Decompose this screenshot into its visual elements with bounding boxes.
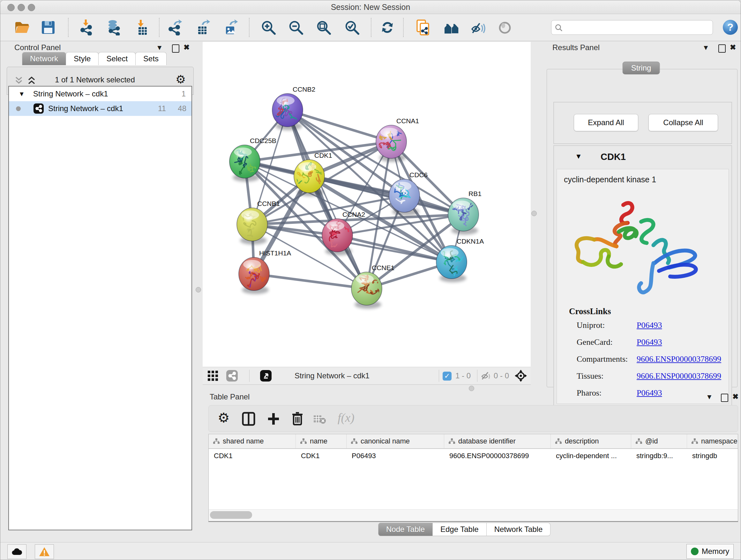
column-header-id[interactable]: @id	[631, 434, 687, 448]
results-panel-maximize-icon[interactable]	[718, 44, 726, 53]
zoom-fit-icon[interactable]	[316, 19, 332, 36]
tab-sets[interactable]: Sets	[135, 52, 166, 65]
selected-checkbox-icon[interactable]: ✓	[443, 372, 452, 381]
crosslink-link[interactable]: 9606.ENSP00000378699	[636, 354, 721, 364]
help-icon[interactable]: ?	[723, 20, 738, 35]
table-panel-float-icon[interactable]: ▾	[708, 392, 711, 401]
warning-status-button[interactable]	[35, 544, 54, 559]
network-collection-row[interactable]: ▼ String Network – cdk1 1	[9, 86, 192, 101]
memory-button[interactable]: Memory	[686, 544, 734, 559]
table-horizontal-scrollbar[interactable]	[208, 509, 738, 521]
crosslinks-title: CrossLinks	[569, 307, 611, 316]
control-panel-maximize-icon[interactable]	[172, 44, 179, 53]
cloud-status-button[interactable]	[7, 544, 26, 559]
expand-all-button[interactable]: Expand All	[574, 114, 638, 131]
import-table-icon[interactable]	[135, 19, 151, 36]
crosslink-link[interactable]: P06493	[636, 320, 662, 330]
viewbar-separator	[439, 370, 439, 382]
column-header-databaseidentifier[interactable]: database identifier	[444, 434, 551, 448]
zoom-selected-icon[interactable]	[344, 19, 360, 36]
column-header-description[interactable]: description	[551, 434, 631, 448]
main-toolbar: ?	[0, 14, 741, 41]
cell-description[interactable]: cyclin-dependent ...	[551, 449, 631, 463]
cell-sharedname[interactable]: CDK1	[209, 449, 296, 463]
tab-style[interactable]: Style	[66, 52, 98, 65]
cell-databaseidentifier[interactable]: 9606.ENSP00000378699	[444, 449, 551, 463]
control-panel-float-icon[interactable]: ▾	[158, 43, 161, 52]
refresh-view-icon[interactable]	[380, 19, 395, 36]
gene-section-header[interactable]: ▼ CDK1	[554, 146, 731, 169]
expand-all-chevron-icon[interactable]	[27, 76, 37, 85]
birds-eye-icon[interactable]	[514, 369, 528, 382]
toolbar-separator	[159, 18, 159, 37]
column-header-sharedname[interactable]: shared name	[209, 434, 296, 448]
clone-network-icon[interactable]	[415, 19, 431, 36]
hide-selected-icon[interactable]	[470, 19, 486, 36]
left-splitter-handle[interactable]	[196, 287, 201, 293]
control-panel-close-icon[interactable]: ✖	[184, 43, 190, 52]
node-label: HIST1H1A	[259, 249, 291, 257]
import-network-file-icon[interactable]	[79, 19, 95, 36]
gene-section: ▼ CDK1 cyclin-dependent kinase 1 CrossLi…	[553, 145, 732, 407]
gear-icon[interactable]: ⚙	[176, 73, 186, 86]
network-tree: ▼ String Network – cdk1 1 String Network…	[8, 86, 192, 530]
node-count: 11	[158, 104, 166, 113]
cell-canonicalname[interactable]: P06493	[347, 449, 444, 463]
tree-expander-icon[interactable]: ▼	[18, 90, 25, 98]
tab-edge-table[interactable]: Edge Table	[432, 523, 487, 536]
viewbar-separator	[477, 370, 477, 382]
show-all-icon[interactable]	[497, 19, 513, 36]
tab-node-table[interactable]: Node Table	[378, 523, 433, 536]
column-header-namespace[interactable]: namespace	[687, 434, 738, 448]
network-canvas[interactable]: CCNB2CCNA1CDC25BCDK1CDC6RB1CCNB1CCNA2CDK…	[203, 42, 531, 367]
column-type-icon	[351, 438, 357, 444]
column-header-canonicalname[interactable]: canonical name	[347, 434, 444, 448]
search-input[interactable]	[565, 22, 711, 33]
collapse-all-chevron-icon[interactable]	[14, 76, 23, 85]
node-label: CCNE1	[372, 264, 394, 271]
add-column-icon[interactable]	[267, 412, 280, 426]
network-node-RB1[interactable]: RB1	[448, 190, 482, 231]
save-session-icon[interactable]	[40, 19, 56, 36]
export-image-icon[interactable]	[223, 19, 239, 36]
tab-string[interactable]: String	[623, 62, 660, 74]
table-settings-gear-icon[interactable]: ⚙	[218, 410, 230, 426]
detach-view-icon[interactable]	[260, 370, 272, 381]
selected-count: 1 - 0	[455, 371, 471, 380]
network-node-CCNB2[interactable]: CCNB2	[272, 85, 315, 127]
export-table-icon[interactable]	[196, 19, 212, 36]
network-node-CCNA1[interactable]: CCNA1	[376, 117, 419, 159]
crosslink-link[interactable]: 9606.ENSP00000378699	[636, 371, 721, 381]
crosslink-label: Tissues:	[577, 371, 603, 381]
show-columns-icon[interactable]	[242, 412, 255, 426]
tab-network[interactable]: Network	[22, 52, 66, 65]
column-header-name[interactable]: name	[296, 434, 347, 448]
right-splitter-handle[interactable]	[531, 211, 537, 216]
cell-namespace[interactable]: stringdb	[687, 449, 738, 463]
results-panel-float-icon[interactable]: ▾	[704, 43, 708, 52]
zoom-in-icon[interactable]	[260, 19, 276, 36]
collapse-all-button[interactable]: Collapse All	[649, 114, 718, 131]
grid-view-icon[interactable]	[208, 371, 219, 381]
scrollbar-thumb[interactable]	[210, 511, 252, 519]
export-network-icon[interactable]	[167, 19, 184, 36]
cell-name[interactable]: CDK1	[296, 449, 347, 463]
network-node-HIST1H1A[interactable]: HIST1H1A	[239, 249, 291, 291]
network-view-type-icon[interactable]	[226, 370, 238, 381]
crosslink-link[interactable]: P06493	[636, 337, 662, 347]
network-row[interactable]: String Network – cdk1 11 48	[9, 101, 192, 116]
section-expander-icon[interactable]: ▼	[575, 152, 582, 161]
import-network-database-icon[interactable]	[106, 19, 122, 36]
table-panel-close-icon[interactable]: ✖	[732, 392, 738, 401]
zoom-out-icon[interactable]	[288, 19, 304, 36]
results-panel-close-icon[interactable]: ✖	[730, 43, 736, 52]
cell-id[interactable]: stringdb:9...	[631, 449, 687, 463]
tab-select[interactable]: Select	[98, 52, 136, 65]
delete-column-icon[interactable]	[291, 411, 304, 426]
tab-network-table[interactable]: Network Table	[486, 523, 551, 536]
table-panel-maximize-icon[interactable]	[721, 394, 728, 402]
toolbar-separator	[403, 18, 404, 37]
table-row[interactable]: CDK1CDK1P064939606.ENSP00000378699cyclin…	[209, 449, 738, 463]
first-neighbors-icon[interactable]	[444, 19, 460, 36]
open-session-icon[interactable]	[14, 19, 30, 36]
